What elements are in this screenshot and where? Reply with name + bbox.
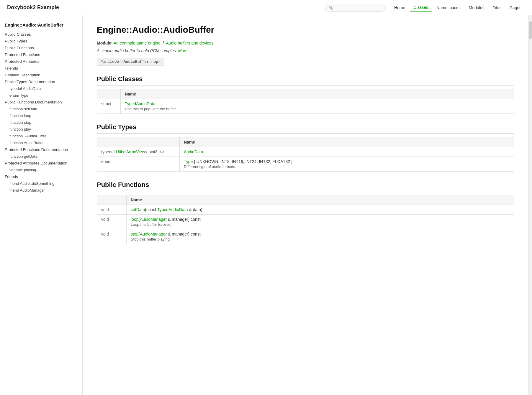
table-row: typedef Utils::ArrayView< uint8_t > Audi… [97,147,514,157]
sidebar-item-protected-attributes-doc[interactable]: Protected Attributes Documentation [0,160,82,167]
include-block: #include <AudioBuffer.hpp> [97,58,164,66]
col-header-empty2 [97,137,180,147]
nav-classes[interactable]: Classes [410,3,432,12]
kind-col: struct [97,99,121,114]
name-col-audiodata: AudioData [180,147,514,157]
sidebar-item-enum-type[interactable]: enum Type [0,92,82,99]
scrollbar[interactable] [528,15,532,395]
module-link1[interactable]: An example game engine [114,41,161,45]
setdata-link[interactable]: setData [131,207,145,212]
void-col3: void [97,229,127,244]
loop-cell: loop(AudioManager & manager) const Loop … [127,215,514,229]
nav-namespaces[interactable]: Namespaces [433,4,464,12]
sidebar-item-fn-stop[interactable]: function stop [0,119,82,126]
sidebar-item-friends[interactable]: Friends [0,65,82,72]
site-logo: Doxybook2 Example [7,4,59,11]
module-link2[interactable]: Audio buffers and devices [166,41,213,45]
page-title: Engine::Audio::AudioBuffer [97,25,514,35]
audiodata-link[interactable]: AudioData [184,149,203,154]
typedaudiodata-link2[interactable]: TypedAudioData [157,207,188,212]
type-col-enum: enum [97,157,180,172]
row-desc: Use this to populate the buffer. [125,107,510,111]
sidebar-item-var-playing[interactable]: variable playing [0,167,82,173]
search-input[interactable] [335,5,382,10]
audiomanager-link2[interactable]: AudioManager [140,232,167,236]
sidebar-item-public-functions-doc[interactable]: Public Functions Documentation [0,99,82,106]
nav-home[interactable]: Home [391,4,409,12]
col-header-name2: Name [180,137,514,147]
stop-cell: stop(AudioManager & manager) const Stop … [127,229,514,244]
public-classes-table: Name struct TypedAudioData Use this to p… [97,89,514,114]
sidebar-item-fn-destructor[interactable]: function ~AudioBuffer [0,133,82,139]
public-functions-table: Name void setData(const TypedAudioData &… [97,195,514,244]
header: Doxybook2 Example 🔍 Home Classes Namespa… [0,0,532,15]
sidebar-item-fn-setdata[interactable]: function setData [0,106,82,112]
search-icon: 🔍 [329,6,333,10]
void-col1: void [97,205,127,215]
search-box[interactable]: 🔍 [325,4,386,11]
audiomanager-link1[interactable]: AudioManager [140,217,167,222]
sidebar-item-friend-dosomething[interactable]: friend Audio::doSomething [0,180,82,187]
table-row: void loop(AudioManager & manager) const … [97,215,514,229]
type-link[interactable]: Type [184,159,193,164]
table-row: struct TypedAudioData Use this to popula… [97,99,514,114]
loop-link[interactable]: loop [131,217,138,222]
name-col: TypedAudioData Use this to populate the … [121,99,514,114]
sidebar-item-fn-play[interactable]: function play [0,126,82,133]
sidebar-item-public-classes[interactable]: Public Classes [0,31,82,38]
sidebar-item-friends2[interactable]: Friends [0,173,82,180]
stop-link[interactable]: stop [131,232,138,236]
loop-desc: Loop this buffer forever. [131,222,510,227]
col-header-name1: Name [121,89,514,99]
more-link[interactable]: More... [178,48,191,53]
sidebar-item-protected-attributes[interactable]: Protected Attributes [0,58,82,65]
public-types-table: Name typedef Utils::ArrayView< uint8_t >… [97,137,514,172]
sidebar-item-fn-loop[interactable]: function loop [0,112,82,119]
section-public-classes: Public Classes [97,75,514,85]
module-separator: / [163,41,164,45]
main-content: Engine::Audio::AudioBuffer Module: An ex… [83,15,528,395]
col-header-empty1 [97,89,121,99]
name-col-type: Type { UNKNOWN, INT8, INT16, INT24, INT3… [180,157,514,172]
sidebar-item-friend-audiomanager[interactable]: friend AudioManager [0,187,82,194]
description: A simple audio buffer to hold PCM sample… [97,48,514,53]
sidebar: Engine::Audio::AudioBuffer Public Classe… [0,15,83,395]
sidebar-item-fn-getdata[interactable]: function getData [0,153,82,160]
module-label: Module: [97,41,113,45]
section-public-functions: Public Functions [97,181,514,191]
sidebar-item-public-functions[interactable]: Public Functions [0,45,82,51]
col-header-name3: Name [127,195,514,205]
sidebar-item-fn-constructor[interactable]: function AudioBuffer [0,139,82,146]
typed-audio-data-link[interactable]: TypedAudioData [125,101,155,106]
table-row: void stop(AudioManager & manager) const … [97,229,514,244]
sidebar-item-protected-functions-doc[interactable]: Protected Functions Documentation [0,146,82,153]
void-col2: void [97,215,127,229]
sidebar-item-public-types-doc[interactable]: Public Types Documentation [0,78,82,85]
type-values: { UNKNOWN, INT8, INT16, INT24, INT32, FL… [194,159,292,164]
nav-pages[interactable]: Pages [506,4,525,12]
col-header-empty3 [97,195,127,205]
layout: Engine::Audio::AudioBuffer Public Classe… [0,15,532,395]
utils-arrayview-link[interactable]: Utils::ArrayView [116,149,145,154]
table-row: void setData(const TypedAudioData & data… [97,205,514,215]
type-desc: Different type of audio formats. [184,164,510,169]
section-public-types: Public Types [97,123,514,134]
sidebar-item-protected-functions[interactable]: Protected Functions [0,51,82,58]
nav-files[interactable]: Files [489,4,505,12]
table-row: enum Type { UNKNOWN, INT8, INT16, INT24,… [97,157,514,172]
nav-modules[interactable]: Modules [465,4,488,12]
type-col-typedef: typedef Utils::ArrayView< uint8_t > [97,147,180,157]
sidebar-item-public-types[interactable]: Public Types [0,38,82,45]
module-line: Module: An example game engine / Audio b… [97,41,514,45]
setdata-cell: setData(const TypedAudioData & data) [127,205,514,215]
sidebar-item-detailed-description[interactable]: Detailed Description [0,72,82,78]
sidebar-item-typedef-audiodata[interactable]: typedef AudioData [0,85,82,92]
sidebar-title: Engine::Audio::AudioBuffer [0,20,82,31]
main-nav: Home Classes Namespaces Modules Files Pa… [391,3,525,12]
stop-desc: Stop this buffer playing. [131,237,510,241]
